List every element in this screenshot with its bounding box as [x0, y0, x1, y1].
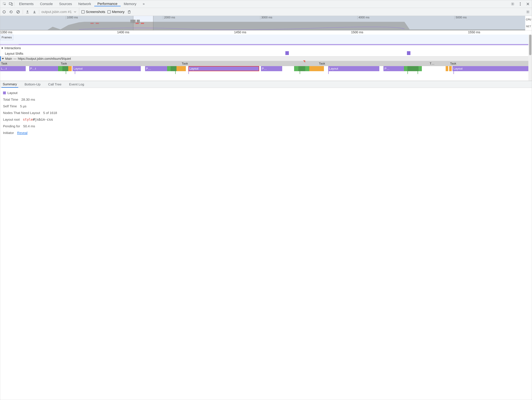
inspect-element-icon[interactable]: [1, 1, 8, 7]
frames-label[interactable]: Frames: [0, 35, 13, 40]
flame-seg[interactable]: [68, 66, 72, 71]
flame-layout-selected[interactable]: Layout: [188, 66, 259, 71]
flame-seg[interactable]: [171, 66, 177, 71]
tab-calltree[interactable]: Call Tree: [47, 81, 63, 88]
flame-seg[interactable]: [62, 66, 68, 71]
close-icon[interactable]: [526, 2, 530, 6]
flame-whisker[interactable]: [407, 71, 408, 74]
scrollbar-track[interactable]: [528, 35, 532, 81]
tab-network[interactable]: Network: [75, 2, 94, 6]
flame-whisker[interactable]: [188, 71, 189, 74]
reveal-link[interactable]: Reveal: [17, 131, 27, 135]
layout-shift-event[interactable]: [285, 51, 289, 55]
task-seg[interactable]: Task: [318, 61, 416, 66]
stat-total-time: Total Time 28.30 ms: [3, 98, 529, 101]
tab-bottomup[interactable]: Bottom-Up: [23, 81, 42, 88]
task-seg[interactable]: T…: [429, 61, 446, 66]
upload-icon[interactable]: [25, 10, 30, 14]
flame-seg[interactable]: [320, 66, 324, 71]
tab-more[interactable]: »: [139, 2, 148, 6]
flame-seg[interactable]: P…t: [29, 66, 58, 71]
task-row[interactable]: TaskTaskTaskTaskT…Task: [0, 61, 528, 66]
flame-seg[interactable]: P…: [145, 66, 167, 71]
flame-row-2[interactable]: [0, 71, 528, 76]
overview-range[interactable]: [133, 16, 153, 30]
tab-console[interactable]: Console: [37, 2, 56, 6]
tab-elements[interactable]: Elements: [16, 2, 37, 6]
flame-seg[interactable]: [298, 66, 305, 71]
flame-seg[interactable]: [309, 66, 319, 71]
tab-memory[interactable]: Memory: [121, 2, 139, 6]
overview-timeline[interactable]: 1000 ms 2000 ms 3000 ms 4000 ms 5000 ms …: [0, 16, 532, 31]
layout-color-swatch: [3, 92, 6, 94]
main-url: https://output.jsbin.com/elisum/9/quiet: [18, 57, 71, 61]
task-seg[interactable]: Task: [181, 61, 302, 66]
record-icon[interactable]: [2, 10, 6, 14]
flame-seg[interactable]: [294, 66, 298, 71]
task-seg[interactable]: Task: [449, 61, 530, 66]
gear-icon[interactable]: [510, 2, 515, 6]
collapse-icon[interactable]: [2, 58, 4, 59]
flame-seg[interactable]: [404, 66, 407, 71]
flame-seg[interactable]: P…: [261, 66, 282, 71]
flame-row-1[interactable]: L…tP…tLayoutP…LayoutP…LayoutP…Layout: [0, 66, 528, 71]
profile-select[interactable]: output.jsbin.com #1: [41, 8, 79, 16]
layout-shift-event[interactable]: [407, 51, 411, 55]
flame-whisker[interactable]: [300, 71, 300, 74]
tab-sources[interactable]: Sources: [56, 2, 75, 6]
flame-seg[interactable]: [418, 66, 422, 71]
main-thread-header[interactable]: Main — https://output.jsbin.com/elisum/9…: [0, 56, 528, 61]
stat-self-time: Self Time 5 µs: [3, 104, 529, 108]
flame-seg[interactable]: [305, 66, 310, 71]
clear-icon[interactable]: [16, 10, 20, 14]
flame-seg[interactable]: [449, 66, 452, 71]
panel-tabs: Elements Console Sources Network Perform…: [16, 2, 510, 6]
root-sel: #jsbin-css: [33, 118, 53, 122]
reload-icon[interactable]: [9, 10, 13, 14]
flame-whisker[interactable]: [75, 71, 75, 74]
svg-line-10: [512, 5, 512, 5]
kebab-icon[interactable]: [518, 2, 523, 6]
gear-icon[interactable]: [526, 10, 530, 14]
screenshots-checkbox[interactable]: Screenshots: [82, 10, 105, 14]
scrollbar-thumb[interactable]: [529, 35, 531, 55]
flame-seg[interactable]: L…t: [0, 66, 26, 71]
flame-seg[interactable]: [167, 66, 171, 71]
dr-tick: 1350 ms: [0, 31, 12, 34]
flame-seg[interactable]: P…: [383, 66, 404, 71]
stat-layout-root: Layout root style#jsbin-css: [3, 118, 529, 122]
svg-point-13: [520, 4, 521, 4]
tab-performance[interactable]: Performance: [94, 2, 121, 6]
flame-whisker[interactable]: [328, 71, 329, 74]
tab-summary[interactable]: Summary: [1, 81, 18, 88]
task-seg[interactable]: Task: [0, 61, 26, 66]
expand-icon[interactable]: [2, 47, 3, 49]
flame-seg[interactable]: Layout: [73, 66, 141, 71]
flame-seg[interactable]: [58, 66, 62, 71]
layout-shifts-track[interactable]: Layout Shifts: [0, 51, 528, 56]
tab-eventlog[interactable]: Event Log: [68, 81, 85, 88]
memory-checkbox[interactable]: Memory: [108, 10, 124, 14]
flame-seg[interactable]: [407, 66, 412, 71]
flame-seg[interactable]: Layout: [452, 66, 528, 71]
flame-seg[interactable]: [446, 66, 448, 71]
interactions-track[interactable]: Interactions: [0, 45, 528, 51]
flame-seg[interactable]: [412, 66, 418, 71]
svg-point-23: [527, 11, 528, 12]
flame-seg[interactable]: [183, 66, 186, 71]
task-seg[interactable]: Task: [60, 61, 179, 66]
devtools-tabs-bar: Elements Console Sources Network Perform…: [0, 0, 532, 8]
device-toolbar-icon[interactable]: [8, 1, 14, 7]
download-icon[interactable]: [32, 10, 37, 14]
flame-whisker[interactable]: [418, 71, 418, 74]
trash-icon[interactable]: [127, 10, 132, 14]
flame-whisker[interactable]: [175, 71, 176, 74]
flame-seg[interactable]: Layout: [328, 66, 379, 71]
svg-rect-2: [11, 3, 13, 5]
overview-mask-left: [0, 16, 133, 30]
svg-line-11: [513, 3, 514, 3]
flame-whisker[interactable]: [453, 71, 454, 74]
svg-line-31: [529, 11, 529, 11]
flame-whisker[interactable]: [66, 71, 66, 74]
flame-seg[interactable]: [177, 66, 183, 71]
